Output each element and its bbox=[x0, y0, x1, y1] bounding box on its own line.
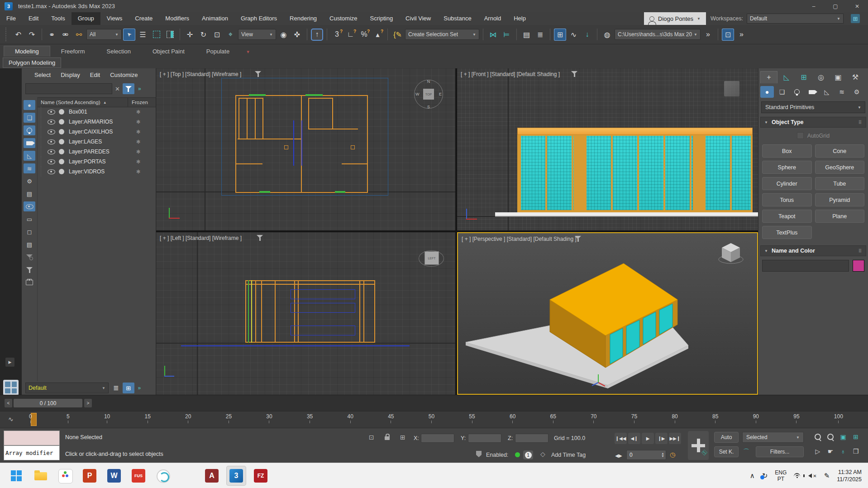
display-geometry-icon[interactable]: ● bbox=[24, 100, 35, 110]
ribbon-minimize-icon[interactable]: ▾ bbox=[247, 49, 249, 57]
primitive-category-dropdown[interactable]: Standard Primitives ▼ bbox=[761, 101, 865, 113]
visibility-eye-icon[interactable] bbox=[48, 110, 55, 115]
object-name-field[interactable] bbox=[762, 260, 849, 272]
scene-row-layer-vidros[interactable]: Layer:VIDROS✻ bbox=[41, 167, 156, 177]
create-torus-button[interactable]: Torus bbox=[762, 193, 812, 206]
search-filter-button[interactable] bbox=[123, 83, 134, 94]
auto-key-button[interactable]: Auto bbox=[714, 432, 739, 443]
modify-tab[interactable]: ◺ bbox=[778, 71, 795, 83]
viewport-front[interactable]: [ + ] [Front ] [Standard] [Default Shadi… bbox=[457, 68, 758, 230]
top-viewcube-compass[interactable]: N S W E TOP bbox=[414, 80, 443, 109]
transform-typein-icon[interactable]: ⊞ bbox=[400, 434, 405, 441]
previous-key-button[interactable]: ◀❙ bbox=[628, 433, 640, 444]
create-selection-set-dropdown[interactable]: Create Selection Set▼ bbox=[405, 29, 479, 40]
toolbar-drag-handle[interactable] bbox=[5, 28, 8, 41]
mirror-icon[interactable]: ⋈ bbox=[487, 29, 499, 41]
set-keys-button[interactable]: ⚿ bbox=[688, 431, 709, 460]
taskbar-file-explorer[interactable] bbox=[31, 466, 51, 486]
align-icon[interactable]: ⊨ bbox=[501, 29, 513, 41]
scene-row-layer-caixilhos[interactable]: Layer:CAIXILHOS✻ bbox=[41, 127, 156, 137]
visibility-eye-icon[interactable] bbox=[48, 149, 55, 154]
display-tab[interactable]: ▣ bbox=[830, 71, 846, 83]
create-pyramid-button[interactable]: Pyramid bbox=[815, 193, 865, 206]
display-lights-icon[interactable] bbox=[24, 125, 35, 135]
display-hidden-icon[interactable] bbox=[24, 201, 35, 211]
time-slider[interactable]: 0 / 100 bbox=[14, 399, 82, 407]
frozen-toggle-icon[interactable]: ✻ bbox=[132, 159, 140, 165]
go-to-start-button[interactable]: ❙◀◀ bbox=[615, 433, 627, 444]
viewport-left-label[interactable]: [ + ] [Left ] [Standard] [Wireframe ] bbox=[160, 235, 242, 241]
select-place-icon[interactable]: ⌖ bbox=[224, 29, 237, 41]
material-editor-icon[interactable]: ◍ bbox=[601, 29, 613, 41]
visibility-eye-icon[interactable] bbox=[48, 139, 55, 144]
create-sphere-button[interactable]: Sphere bbox=[762, 161, 812, 174]
display-spacewarps-icon[interactable]: ≋ bbox=[24, 163, 35, 173]
taskbar-circle-app[interactable] bbox=[153, 466, 173, 486]
layer-explorer-icon[interactable]: ≣ bbox=[534, 29, 546, 41]
shapes-tab[interactable]: ❏ bbox=[775, 86, 789, 98]
explorer-overflow-chevron[interactable]: » bbox=[138, 86, 141, 92]
y-coordinate-field[interactable] bbox=[468, 434, 501, 443]
taskbar-media-player[interactable] bbox=[55, 466, 75, 486]
layer-stack-icon[interactable]: ≣ bbox=[113, 384, 119, 392]
menu-substance[interactable]: Substance bbox=[437, 12, 477, 25]
motion-tab[interactable]: ◎ bbox=[813, 71, 829, 83]
viewport-perspective[interactable]: [ + ] [Perspective ] [Standard] [Default… bbox=[457, 232, 758, 395]
volume-muted-icon[interactable]: ✕ bbox=[808, 474, 816, 478]
menu-edit[interactable]: Edit bbox=[22, 12, 45, 25]
bind-to-spacewarp-icon[interactable]: ⚯ bbox=[73, 29, 85, 41]
go-to-end-button[interactable]: ▶▶❙ bbox=[669, 433, 681, 444]
previous-frame-button[interactable]: < bbox=[5, 399, 12, 407]
project-folder-dropdown[interactable]: C:\Users\hands...s\3ds Max 202▼ bbox=[615, 29, 701, 40]
select-by-name-icon[interactable]: ☰ bbox=[137, 29, 149, 41]
isolate-selection-icon[interactable]: ⊡ bbox=[369, 434, 374, 441]
hierarchy-tab[interactable]: ⊞ bbox=[796, 71, 812, 83]
visibility-eye-icon[interactable] bbox=[48, 129, 55, 134]
object-dot-icon[interactable] bbox=[59, 159, 64, 164]
menu-civil-view[interactable]: Civil View bbox=[399, 12, 437, 25]
key-step-toggle[interactable]: ◀▶ bbox=[614, 450, 624, 461]
redo-icon[interactable]: ↷ bbox=[26, 29, 38, 41]
render-frame-window-icon[interactable]: ⊡ bbox=[722, 29, 734, 41]
scene-row-layer-armarios[interactable]: Layer:ARMARIOS✻ bbox=[41, 117, 156, 127]
play-button[interactable]: ▶ bbox=[642, 433, 654, 444]
key-filters-button[interactable]: Filters... bbox=[756, 446, 804, 457]
enabled-count-badge[interactable]: 1 bbox=[523, 450, 533, 459]
sync-icon[interactable]: ↻ bbox=[762, 472, 768, 480]
display-shapes-icon[interactable]: ❏ bbox=[24, 113, 35, 123]
left-viewcube[interactable]: LEFT bbox=[419, 247, 444, 269]
menu-tools[interactable]: Tools bbox=[45, 12, 71, 25]
select-scale-icon[interactable]: ⊡ bbox=[211, 29, 223, 41]
next-frame-button[interactable]: > bbox=[84, 399, 92, 407]
z-coordinate-field[interactable] bbox=[515, 434, 548, 443]
menu-scripting[interactable]: Scripting bbox=[364, 12, 400, 25]
menu-modifiers[interactable]: Modifiers bbox=[159, 12, 196, 25]
cameras-tab[interactable] bbox=[805, 86, 819, 98]
explorer-menu-customize[interactable]: Customize bbox=[105, 71, 142, 79]
zoom-icon[interactable] bbox=[812, 431, 824, 443]
viewport-top-label[interactable]: [ + ] [Top ] [Standard] [Wireframe ] bbox=[160, 71, 241, 77]
display-xrefs-icon[interactable]: ▤ bbox=[24, 189, 35, 199]
taskbar-filezilla[interactable]: FZ bbox=[251, 466, 271, 486]
filter-settings-icon[interactable] bbox=[24, 252, 35, 262]
viewport-filter-icon[interactable] bbox=[575, 236, 581, 242]
spacewarps-tab[interactable]: ≋ bbox=[835, 86, 849, 98]
explorer-menu-select[interactable]: Select bbox=[30, 71, 55, 79]
taskbar-green-app[interactable] bbox=[177, 466, 197, 486]
menu-file[interactable]: File bbox=[0, 12, 22, 25]
menu-help[interactable]: Help bbox=[507, 12, 532, 25]
select-move-icon[interactable]: ✛ bbox=[184, 29, 196, 41]
frozen-toggle-icon[interactable]: ✻ bbox=[132, 109, 140, 115]
configure-columns-icon[interactable]: ▤ bbox=[24, 239, 35, 249]
taskbar-start[interactable] bbox=[6, 466, 26, 486]
menu-animation[interactable]: Animation bbox=[196, 12, 234, 25]
clock[interactable]: 11:32 AM 11/7/2025 bbox=[837, 469, 862, 483]
ribbon-tab-object-paint[interactable]: Object Paint bbox=[142, 46, 196, 57]
ribbon-toggle-icon[interactable]: ⊞ bbox=[554, 29, 566, 41]
menu-arnold[interactable]: Arnold bbox=[478, 12, 508, 25]
display-cameras-icon[interactable] bbox=[24, 138, 35, 148]
viewport-top[interactable]: [ + ] [Top ] [Standard] [Wireframe ] bbox=[156, 68, 455, 230]
link-icon[interactable]: ⚭ bbox=[46, 29, 58, 41]
active-layer-dropdown[interactable]: Default ▼ bbox=[25, 383, 109, 393]
object-dot-icon[interactable] bbox=[59, 149, 64, 154]
